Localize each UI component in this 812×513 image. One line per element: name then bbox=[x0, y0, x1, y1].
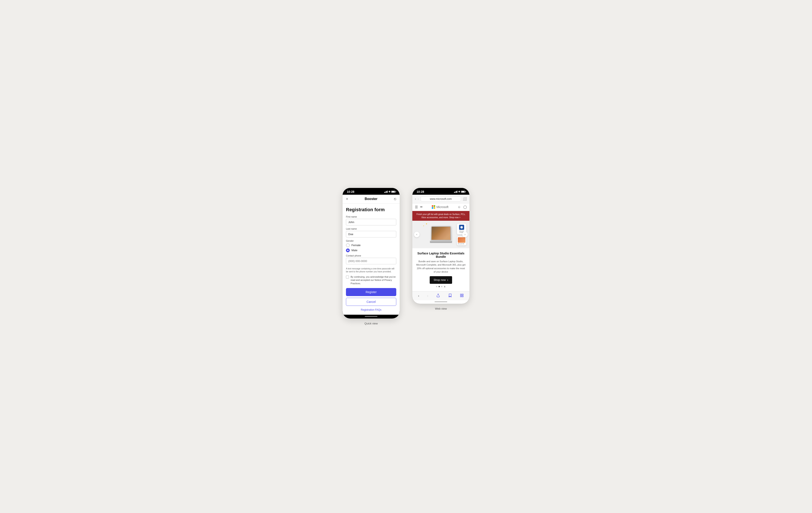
status-icons-right: ⊛ bbox=[454, 190, 465, 193]
form-title: Registration form bbox=[346, 207, 396, 213]
svg-rect-2 bbox=[462, 294, 463, 295]
wifi-icon: ⊛ bbox=[388, 190, 390, 193]
radio-female[interactable]: Female bbox=[346, 243, 396, 247]
home-bar-dark bbox=[435, 301, 447, 302]
register-button[interactable]: Register bbox=[346, 288, 396, 296]
mini-card-text-2: Microsoft 365 bbox=[458, 243, 465, 244]
sparkle-icon: ✦ bbox=[426, 222, 428, 225]
cart-icon[interactable]: ☺ bbox=[458, 205, 461, 209]
contact-phone-input[interactable] bbox=[346, 258, 396, 264]
browser-tabs-btn[interactable] bbox=[460, 294, 464, 298]
quick-view-label: Quick view bbox=[365, 322, 378, 325]
battery-icon-right bbox=[461, 191, 465, 193]
browser-nav-back[interactable]: ‹ bbox=[418, 294, 419, 298]
status-bar-left: 10:28 ⊛ bbox=[343, 188, 400, 195]
carousel-prev-btn[interactable]: ‹ bbox=[414, 232, 419, 237]
signal-icon bbox=[384, 191, 388, 193]
ms-nav: ☰ ⚮ Microsoft ☺ ◯ bbox=[412, 204, 469, 211]
status-bar-right: 10:28 ⊛ bbox=[412, 188, 469, 195]
home-bar bbox=[365, 316, 377, 317]
dot-2 bbox=[439, 286, 440, 287]
web-view-wrapper: 10:28 ⊛ ‹ bbox=[412, 188, 469, 310]
quick-view-phone: 10:28 ⊛ × bbox=[343, 188, 400, 319]
first-name-input[interactable] bbox=[346, 219, 396, 225]
ms-brand-center: Microsoft bbox=[432, 205, 448, 209]
microsoft-brand: Microsoft bbox=[436, 205, 448, 209]
browser-forward-icon[interactable]: › bbox=[417, 197, 419, 201]
consent-checkbox-row[interactable]: By continuing, you acknowledge that you'… bbox=[346, 275, 396, 285]
radio-label-male: Male bbox=[351, 249, 357, 252]
sparkle-icon-2: ✦ bbox=[423, 225, 425, 227]
home-indicator-right bbox=[412, 300, 469, 304]
signal-icon-right bbox=[454, 191, 458, 193]
product-title: Surface Laptop Studio Essentials Bundle bbox=[416, 252, 466, 259]
contact-label: Contact phone bbox=[346, 254, 396, 257]
search-icon[interactable]: ⚮ bbox=[420, 205, 423, 209]
contact-section: Contact phone A text message containing … bbox=[346, 254, 396, 273]
wifi-icon-right: ⊛ bbox=[458, 190, 460, 193]
browser-nav-forward[interactable]: › bbox=[427, 294, 428, 298]
browser-bookmarks-btn[interactable] bbox=[448, 294, 452, 298]
first-name-label: First name bbox=[346, 215, 396, 218]
hamburger-icon[interactable]: ☰ bbox=[415, 205, 418, 209]
last-name-input[interactable] bbox=[346, 231, 396, 238]
web-view-label: Web view bbox=[435, 307, 447, 310]
browser-share-btn[interactable] bbox=[436, 294, 440, 298]
product-description: Bundle and save on Surface Laptop Studio… bbox=[416, 260, 466, 274]
faq-link[interactable]: Registration FAQs bbox=[346, 308, 396, 311]
browser-screen: ‹ › www.microsoft.com ⬜ ☰ ⚮ bbox=[412, 195, 469, 304]
promo-banner[interactable]: Finish your gift list with great deals o… bbox=[412, 211, 469, 221]
shop-now-button[interactable]: Shop now bbox=[430, 276, 452, 284]
last-name-label: Last name bbox=[346, 227, 396, 230]
browser-url[interactable]: www.microsoft.com bbox=[420, 196, 461, 201]
product-info: Surface Laptop Studio Essentials Bundle … bbox=[412, 248, 469, 291]
time-right: 10:28 bbox=[416, 190, 424, 193]
browser-share-icon[interactable]: ⬜ bbox=[463, 197, 467, 201]
battery-icon bbox=[391, 191, 396, 193]
browser-back-icon[interactable]: ‹ bbox=[415, 197, 416, 201]
laptop-base bbox=[430, 241, 452, 243]
browser-bottom-nav: ‹ › bbox=[412, 291, 469, 300]
share-icon[interactable]: ⎋ bbox=[394, 197, 396, 201]
pause-icon[interactable]: ⏸ bbox=[444, 286, 446, 288]
form-content: Registration form First name Last name G… bbox=[343, 204, 400, 315]
consent-text: By continuing, you acknowledge that you'… bbox=[351, 275, 396, 285]
app-screen: × Booster ⎋ Registration form First name… bbox=[343, 195, 400, 319]
radio-circle-male bbox=[346, 248, 350, 252]
dot-1 bbox=[436, 286, 437, 287]
svg-rect-3 bbox=[460, 296, 461, 297]
hero-wrapper: Microsoft Complete + Microsoft 365 bbox=[412, 221, 469, 248]
close-icon[interactable]: × bbox=[346, 197, 348, 201]
radio-male[interactable]: Male bbox=[346, 248, 396, 252]
consent-checkbox[interactable] bbox=[346, 275, 349, 278]
ms-nav-right: ☺ ◯ bbox=[458, 205, 467, 209]
mini-card-bottom: Microsoft 365 bbox=[457, 236, 466, 245]
hint-text: A text message containing a one-time pas… bbox=[346, 267, 396, 273]
app-header: × Booster ⎋ bbox=[343, 195, 400, 204]
svg-rect-1 bbox=[460, 294, 461, 295]
status-icons-left: ⊛ bbox=[384, 190, 396, 193]
gender-radio-group: Female Male bbox=[346, 243, 396, 252]
radio-label-female: Female bbox=[351, 244, 360, 247]
time-left: 10:28 bbox=[347, 190, 354, 193]
carousel-next-btn[interactable]: › bbox=[462, 232, 468, 237]
web-view-phone: 10:28 ⊛ ‹ bbox=[412, 188, 469, 304]
ms-nav-left: ☰ ⚮ bbox=[415, 205, 423, 209]
dot-3 bbox=[441, 286, 442, 287]
radio-circle-female bbox=[346, 243, 350, 247]
home-indicator-left bbox=[343, 315, 400, 319]
gender-label: Gender bbox=[346, 240, 396, 242]
quick-view-wrapper: 10:28 ⊛ × bbox=[343, 188, 400, 325]
mini-card-img-2 bbox=[458, 237, 465, 243]
cancel-button[interactable]: Cancel bbox=[346, 298, 396, 306]
app-title: Booster bbox=[365, 197, 377, 201]
browser-bar: ‹ › www.microsoft.com ⬜ bbox=[412, 195, 469, 204]
svg-rect-4 bbox=[462, 296, 463, 297]
account-icon[interactable]: ◯ bbox=[463, 205, 467, 209]
carousel-dots: ⏸ bbox=[416, 284, 466, 290]
carousel-nav: ‹ › bbox=[412, 232, 469, 237]
microsoft-logo bbox=[432, 205, 435, 209]
